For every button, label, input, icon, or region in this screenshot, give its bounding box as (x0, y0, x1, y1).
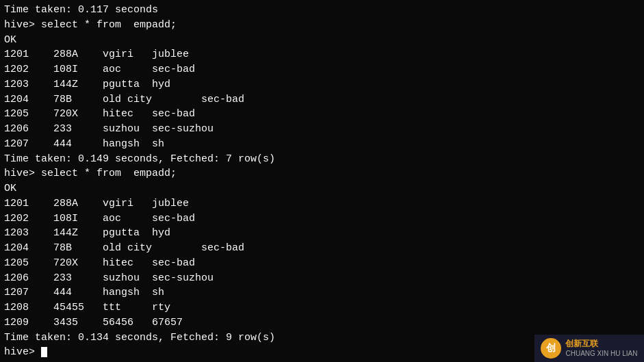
terminal-line: Time taken: 0.117 seconds (4, 3, 640, 18)
terminal-line: 1201 288A vgiri jublee (4, 47, 640, 62)
terminal-line: 1201 288A vgiri jublee (4, 196, 640, 211)
terminal-line: hive> select * from empadd; (4, 166, 640, 181)
terminal-line: 1208 45455 ttt rty (4, 300, 640, 315)
terminal-line: 1205 720X hitec sec-bad (4, 256, 640, 271)
terminal-line: 1202 108I aoc sec-bad (4, 62, 640, 77)
terminal: Time taken: 0.117 secondshive> select * … (0, 0, 644, 362)
terminal-line: hive> select * from empadd; (4, 18, 640, 33)
terminal-line: OK (4, 33, 640, 48)
watermark-line1: 创新互联 (565, 339, 637, 350)
terminal-line: 1203 144Z pgutta hyd (4, 77, 640, 92)
watermark-text: 创新互联 CHUANG XIN HU LIAN (565, 339, 637, 359)
terminal-line: 1206 233 suzhou sec-suzhou (4, 122, 640, 137)
terminal-line: 1203 144Z pgutta hyd (4, 226, 640, 241)
watermark-logo: 创 (541, 338, 561, 359)
terminal-line: Time taken: 0.149 seconds, Fetched: 7 ro… (4, 152, 640, 167)
terminal-line: 1207 444 hangsh sh (4, 285, 640, 300)
terminal-line: 1204 78B old city sec-bad (4, 92, 640, 107)
terminal-line: 1202 108I aoc sec-bad (4, 211, 640, 227)
watermark-line2: CHUANG XIN HU LIAN (565, 349, 637, 358)
terminal-line: OK (4, 181, 640, 196)
terminal-line: 1205 720X hitec sec-bad (4, 107, 640, 122)
terminal-line: 1207 444 hangsh sh (4, 137, 640, 152)
terminal-line: 1209 3435 56456 67657 (4, 315, 640, 331)
terminal-line: 1206 233 suzhou sec-suzhou (4, 271, 640, 286)
terminal-cursor (41, 347, 47, 357)
terminal-line: 1204 78B old city sec-bad (4, 241, 640, 256)
watermark-badge: 创 创新互联 CHUANG XIN HU LIAN (534, 335, 644, 362)
